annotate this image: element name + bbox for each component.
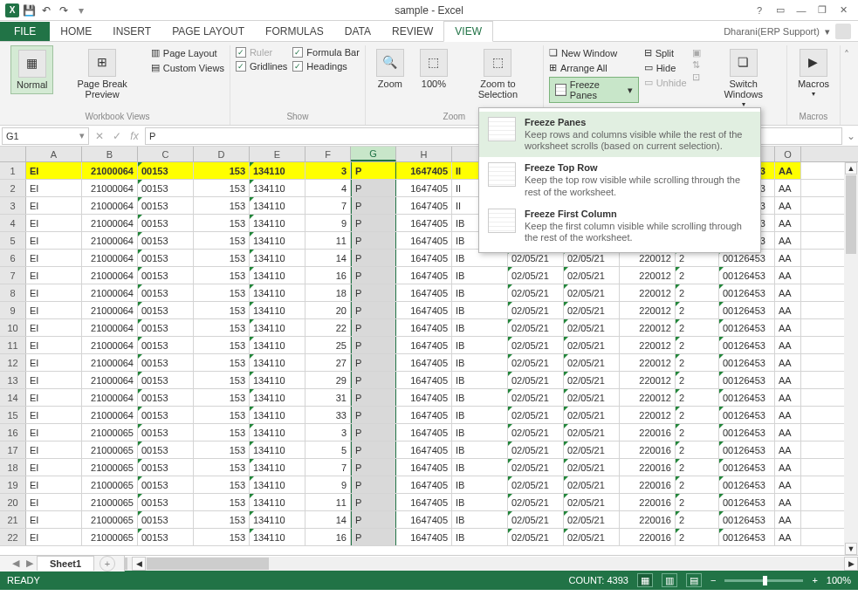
cell[interactable]: 21000064 bbox=[82, 389, 138, 406]
cell[interactable]: 220012 bbox=[620, 319, 676, 336]
cell[interactable]: EI bbox=[26, 389, 82, 406]
row-header[interactable]: 10 bbox=[0, 319, 26, 336]
cell[interactable]: EI bbox=[26, 267, 82, 284]
cell[interactable]: 153 bbox=[194, 389, 250, 406]
cell[interactable]: P bbox=[351, 354, 396, 371]
sheet-nav-next-icon[interactable]: ▶ bbox=[23, 558, 37, 569]
cell[interactable]: 1647405 bbox=[396, 215, 452, 231]
cell[interactable]: 18 bbox=[305, 284, 351, 301]
zoom-100-button[interactable]: ⬚100% bbox=[415, 45, 453, 92]
freeze-first-column-option[interactable]: Freeze First ColumnKeep the first column… bbox=[479, 203, 760, 249]
cell[interactable]: IB bbox=[452, 407, 508, 423]
cell[interactable]: 02/05/21 bbox=[508, 389, 564, 406]
row-header[interactable]: 8 bbox=[0, 284, 26, 301]
cell[interactable]: 21000064 bbox=[82, 232, 138, 249]
cell[interactable]: 153 bbox=[194, 180, 250, 196]
horizontal-scrollbar[interactable]: ◀ ▶ bbox=[125, 557, 858, 571]
column-header-C[interactable]: C bbox=[138, 147, 194, 161]
account-menu[interactable]: Dharani(ERP Support) ▾ bbox=[724, 24, 851, 39]
cell[interactable]: 11 bbox=[305, 494, 351, 510]
cell[interactable]: P bbox=[351, 389, 396, 406]
cell[interactable]: 1647405 bbox=[396, 424, 452, 441]
cell[interactable]: 153 bbox=[194, 354, 250, 371]
cell[interactable]: 2 bbox=[676, 302, 719, 318]
formula-bar-checkbox[interactable]: ✓Formula Bar bbox=[292, 47, 360, 58]
cell[interactable]: 00153 bbox=[138, 354, 194, 371]
cell[interactable]: 00126453 bbox=[719, 529, 775, 545]
tab-insert[interactable]: INSERT bbox=[102, 22, 161, 41]
cell[interactable]: 153 bbox=[194, 232, 250, 249]
cell[interactable]: 4 bbox=[305, 180, 351, 196]
cell[interactable]: 220016 bbox=[620, 476, 676, 493]
cell[interactable]: 16 bbox=[305, 267, 351, 284]
cell[interactable]: AA bbox=[775, 180, 801, 196]
freeze-panes-option[interactable]: Freeze PanesKeep rows and columns visibl… bbox=[479, 112, 760, 157]
cell[interactable]: 02/05/21 bbox=[564, 476, 620, 493]
column-header-O[interactable]: O bbox=[775, 147, 801, 161]
cell[interactable]: IB bbox=[452, 319, 508, 336]
column-header-D[interactable]: D bbox=[194, 147, 250, 161]
cell[interactable]: 02/05/21 bbox=[508, 354, 564, 371]
cell[interactable]: 134110 bbox=[250, 162, 305, 179]
column-header-H[interactable]: H bbox=[396, 147, 452, 161]
cell[interactable]: 134110 bbox=[250, 476, 305, 493]
column-header-G[interactable]: G bbox=[351, 147, 396, 161]
cell[interactable]: 00126453 bbox=[719, 511, 775, 528]
cell[interactable]: AA bbox=[775, 215, 801, 231]
cell[interactable]: P bbox=[351, 284, 396, 301]
cell[interactable]: 00153 bbox=[138, 250, 194, 266]
cell[interactable]: 1647405 bbox=[396, 180, 452, 196]
cell[interactable]: 3 bbox=[305, 424, 351, 441]
cell[interactable]: 7 bbox=[305, 459, 351, 476]
row-header[interactable]: 13 bbox=[0, 372, 26, 388]
cell[interactable]: 02/05/21 bbox=[508, 302, 564, 318]
cell[interactable]: 9 bbox=[305, 215, 351, 231]
cell[interactable]: 21000064 bbox=[82, 180, 138, 196]
cell[interactable]: 220012 bbox=[620, 302, 676, 318]
cell[interactable]: AA bbox=[775, 476, 801, 493]
help-icon[interactable]: ? bbox=[750, 2, 769, 19]
cell[interactable]: 1647405 bbox=[396, 494, 452, 510]
cell[interactable]: IB bbox=[452, 459, 508, 476]
cell[interactable]: 00153 bbox=[138, 372, 194, 388]
cell[interactable]: 220012 bbox=[620, 337, 676, 353]
cell[interactable]: EI bbox=[26, 215, 82, 231]
cell[interactable]: 00126453 bbox=[719, 354, 775, 371]
cell[interactable]: 00126453 bbox=[719, 476, 775, 493]
cell[interactable]: EI bbox=[26, 337, 82, 353]
column-header-E[interactable]: E bbox=[250, 147, 305, 161]
cell[interactable]: 33 bbox=[305, 407, 351, 423]
cell[interactable]: 153 bbox=[194, 302, 250, 318]
cell[interactable]: 02/05/21 bbox=[564, 424, 620, 441]
cell[interactable]: 02/05/21 bbox=[564, 319, 620, 336]
cell[interactable]: IB bbox=[452, 372, 508, 388]
fx-icon[interactable]: fx bbox=[126, 127, 143, 145]
cell[interactable]: P bbox=[351, 162, 396, 179]
row-header[interactable]: 11 bbox=[0, 337, 26, 353]
cell[interactable]: 153 bbox=[194, 459, 250, 476]
cell[interactable]: P bbox=[351, 302, 396, 318]
normal-view-button[interactable]: ▦Normal bbox=[10, 45, 53, 94]
cell[interactable]: 220016 bbox=[620, 441, 676, 458]
minimize-icon[interactable]: — bbox=[792, 2, 811, 19]
cell[interactable]: 02/05/21 bbox=[564, 529, 620, 545]
cell[interactable]: 153 bbox=[194, 267, 250, 284]
cell[interactable]: 02/05/21 bbox=[564, 337, 620, 353]
cell[interactable]: 02/05/21 bbox=[508, 337, 564, 353]
cell[interactable]: EI bbox=[26, 284, 82, 301]
cell[interactable]: 00126453 bbox=[719, 389, 775, 406]
cell[interactable]: AA bbox=[775, 319, 801, 336]
cell[interactable]: 134110 bbox=[250, 372, 305, 388]
cell[interactable]: P bbox=[351, 250, 396, 266]
cell[interactable]: 134110 bbox=[250, 250, 305, 266]
cell[interactable]: AA bbox=[775, 284, 801, 301]
cell[interactable]: 153 bbox=[194, 407, 250, 423]
cell[interactable]: 00153 bbox=[138, 459, 194, 476]
cell[interactable]: 11 bbox=[305, 232, 351, 249]
cell[interactable]: 153 bbox=[194, 511, 250, 528]
cell[interactable]: 02/05/21 bbox=[564, 441, 620, 458]
cell[interactable]: 21000064 bbox=[82, 354, 138, 371]
cell[interactable]: 02/05/21 bbox=[564, 511, 620, 528]
macros-button[interactable]: ▶Macros▾ bbox=[793, 45, 834, 102]
cell[interactable]: 220016 bbox=[620, 459, 676, 476]
